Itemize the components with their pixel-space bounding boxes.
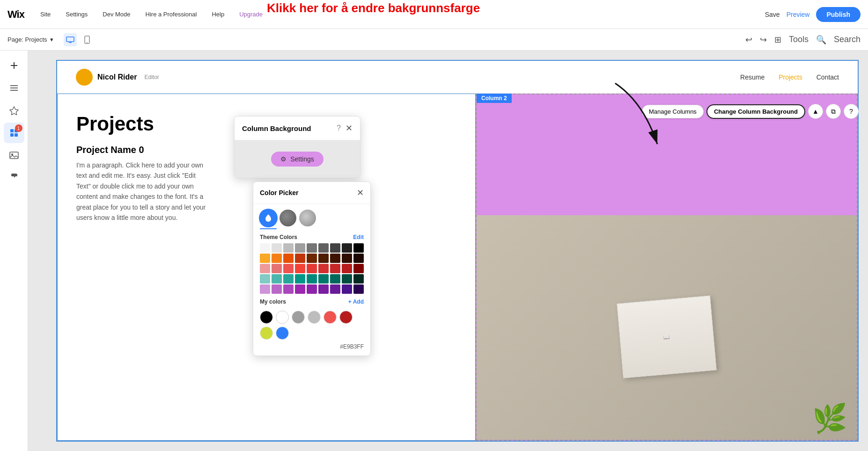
color-swatch[interactable] [295, 274, 305, 284]
my-color-circle[interactable] [260, 311, 273, 324]
color-swatch[interactable] [283, 274, 294, 284]
move-up-icon[interactable]: ▲ [808, 104, 823, 119]
color-swatch[interactable] [260, 264, 270, 273]
color-swatch[interactable] [353, 264, 364, 273]
color-swatch[interactable] [307, 284, 317, 294]
sidebar-design-button[interactable] [4, 100, 24, 121]
change-column-bg-button[interactable]: Change Column Background [706, 104, 805, 119]
tools-label[interactable]: Tools [789, 35, 809, 44]
color-swatch[interactable] [283, 284, 294, 294]
color-swatch[interactable] [353, 254, 364, 263]
color-swatch[interactable] [295, 254, 305, 263]
color-swatch[interactable] [260, 274, 270, 284]
sidebar-add-button[interactable] [4, 55, 24, 76]
color-tab-gradient[interactable] [280, 210, 296, 226]
help-panel-icon[interactable]: ? [337, 124, 341, 132]
color-swatch[interactable] [342, 243, 352, 253]
my-color-circle[interactable] [276, 327, 289, 340]
settings-button[interactable]: ⚙ Settings [271, 152, 324, 167]
save-button[interactable]: Save [765, 11, 780, 18]
duplicate-icon[interactable]: ⧉ [826, 104, 841, 119]
sidebar-apps-button[interactable]: 1 [4, 123, 24, 143]
nav-settings[interactable]: Settings [63, 9, 90, 20]
manage-columns-button[interactable]: Manage Columns [642, 105, 704, 118]
color-swatch[interactable] [283, 254, 294, 263]
nav-help[interactable]: Help [209, 9, 227, 20]
color-tab-solid[interactable] [260, 210, 277, 226]
color-swatch[interactable] [342, 264, 352, 273]
color-swatch[interactable] [283, 243, 294, 253]
color-swatch[interactable] [272, 254, 282, 263]
color-swatch[interactable] [272, 274, 282, 284]
my-color-circle[interactable] [260, 327, 273, 340]
my-color-circle[interactable] [339, 311, 353, 324]
my-color-circle[interactable] [308, 311, 321, 324]
color-swatch[interactable] [272, 243, 282, 253]
color-swatch[interactable] [260, 284, 270, 294]
close-color-picker-icon[interactable]: ✕ [357, 188, 364, 198]
color-swatch[interactable] [295, 284, 305, 294]
theme-colors-edit-link[interactable]: Edit [353, 234, 364, 240]
svg-rect-12 [10, 133, 14, 137]
color-swatch[interactable] [272, 264, 282, 273]
col-right[interactable]: Column 2 Manage Columns Change Column Ba… [476, 94, 858, 441]
help-icon[interactable]: ? [844, 104, 859, 119]
color-swatch[interactable] [318, 274, 329, 284]
color-swatch[interactable] [342, 274, 352, 284]
my-color-circle[interactable] [292, 311, 305, 324]
my-color-circle[interactable] [276, 311, 289, 324]
preview-button[interactable]: Preview [787, 11, 810, 18]
color-swatch[interactable] [342, 254, 352, 263]
color-swatch[interactable] [318, 254, 329, 263]
color-swatch[interactable] [307, 274, 317, 284]
color-swatch[interactable] [353, 274, 364, 284]
tab-underline-2 [299, 228, 316, 229]
color-swatch[interactable] [307, 254, 317, 263]
color-swatch[interactable] [272, 284, 282, 294]
theme-colors-label: Theme Colors [260, 234, 297, 240]
nav-hire[interactable]: Hire a Professional [143, 9, 200, 20]
redo-icon[interactable]: ↪ [760, 35, 767, 45]
desktop-icon[interactable] [64, 33, 77, 46]
color-swatch[interactable] [330, 243, 340, 253]
mobile-icon[interactable] [81, 33, 94, 46]
search-icon[interactable]: 🔍 [816, 35, 826, 45]
color-swatch[interactable] [295, 264, 305, 273]
site-nav-resume[interactable]: Resume [740, 73, 765, 81]
color-swatch[interactable] [260, 243, 270, 253]
color-swatch[interactable] [307, 243, 317, 253]
color-swatch[interactable] [318, 264, 329, 273]
site-nav-contact[interactable]: Contact [817, 73, 839, 81]
color-swatch[interactable] [353, 284, 364, 294]
sidebar-blog-button[interactable] [4, 167, 24, 188]
undo-icon[interactable]: ↩ [745, 35, 752, 45]
color-swatch[interactable] [318, 243, 329, 253]
color-tab-image[interactable] [299, 210, 316, 226]
color-swatch[interactable] [330, 254, 340, 263]
color-swatch[interactable] [353, 243, 364, 253]
site-nav-projects[interactable]: Projects [779, 73, 802, 81]
nav-devmode[interactable]: Dev Mode [100, 9, 133, 20]
color-swatch[interactable] [330, 264, 340, 273]
color-swatch[interactable] [330, 284, 340, 294]
color-swatch[interactable] [330, 274, 340, 284]
color-swatch[interactable] [260, 254, 270, 263]
add-color-link[interactable]: + Add [348, 298, 364, 305]
publish-button[interactable]: Publish [816, 7, 861, 22]
color-swatch[interactable] [295, 243, 305, 253]
sidebar-media-button[interactable] [4, 145, 24, 166]
color-swatch[interactable] [318, 284, 329, 294]
theme-color-row [260, 243, 364, 253]
my-color-circle[interactable] [324, 311, 337, 324]
nav-site[interactable]: Site [37, 9, 53, 20]
nav-upgrade[interactable]: Upgrade [236, 9, 265, 20]
page-selector[interactable]: Page: Projects ▾ [7, 36, 53, 43]
close-panel-icon[interactable]: ✕ [346, 123, 353, 133]
svg-rect-13 [15, 133, 18, 137]
sidebar-pages-button[interactable] [4, 78, 24, 98]
color-swatch[interactable] [342, 284, 352, 294]
color-swatch[interactable] [283, 264, 294, 273]
color-swatch[interactable] [307, 264, 317, 273]
search-label[interactable]: Search [834, 35, 861, 44]
layout-icon[interactable]: ⊞ [774, 35, 781, 45]
